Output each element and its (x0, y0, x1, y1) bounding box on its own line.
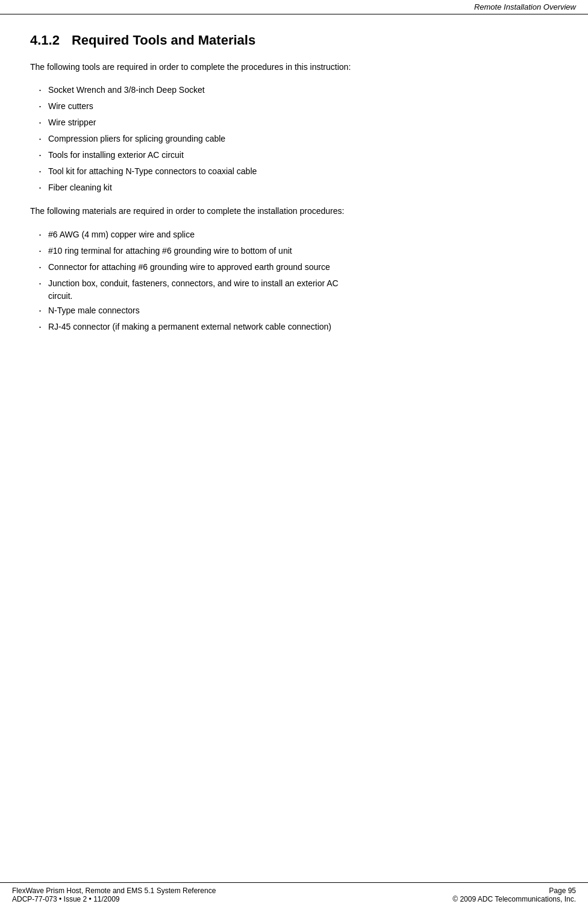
intro-text: The following tools are required in orde… (30, 60, 558, 74)
content-area: 4.1.2 Required Tools and Materials The f… (0, 14, 588, 882)
header-title: Remote Installation Overview (474, 2, 576, 11)
section-title: 4.1.2 Required Tools and Materials (30, 33, 558, 48)
list-item: #10 ring terminal for attaching #6 groun… (30, 243, 558, 259)
footer-right: Page 95 © 2009 ADC Telecommunications, I… (452, 887, 576, 903)
list-item: Socket Wrench and 3/8-inch Deep Socket (30, 82, 558, 98)
materials-list: #6 AWG (4 mm) copper wire and splice #10… (30, 227, 558, 335)
list-item: #6 AWG (4 mm) copper wire and splice (30, 227, 558, 243)
footer-left: FlexWave Prism Host, Remote and EMS 5.1 … (12, 887, 216, 903)
list-item: Junction box, conduit, fasteners, connec… (30, 275, 558, 303)
page-container: Remote Installation Overview 4.1.2 Requi… (0, 0, 588, 907)
footer-left-line2: ADCP-77-073 • Issue 2 • 11/2009 (12, 895, 216, 903)
list-item: Connector for attaching #6 grounding wir… (30, 259, 558, 275)
list-item: RJ-45 connector (if making a permanent e… (30, 319, 558, 335)
page-header: Remote Installation Overview (0, 0, 588, 14)
list-item: Wire cutters (30, 98, 558, 115)
footer-left-line1: FlexWave Prism Host, Remote and EMS 5.1 … (12, 887, 216, 895)
list-item: Compression pliers for splicing groundin… (30, 131, 558, 147)
materials-intro: The following materials are required in … (30, 204, 558, 218)
list-item: Tool kit for attaching N-Type connectors… (30, 163, 558, 180)
footer-right-line1: Page 95 (549, 887, 576, 895)
list-item: N-Type male connectors (30, 303, 558, 319)
page-footer: FlexWave Prism Host, Remote and EMS 5.1 … (0, 882, 588, 907)
tools-list: Socket Wrench and 3/8-inch Deep Socket W… (30, 82, 558, 196)
list-item: Tools for installing exterior AC circuit (30, 147, 558, 163)
footer-right-line2: © 2009 ADC Telecommunications, Inc. (452, 895, 576, 903)
list-item: Fiber cleaning kit (30, 180, 558, 196)
section-heading: Required Tools and Materials (72, 33, 255, 48)
list-item: Wire stripper (30, 115, 558, 131)
section-number: 4.1.2 (30, 33, 60, 48)
